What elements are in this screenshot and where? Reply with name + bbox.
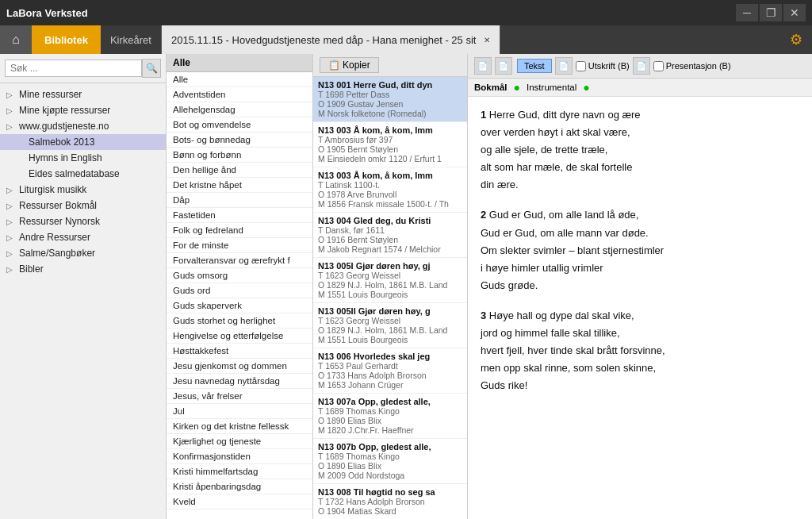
sidebar-item-label: Eides salmedatabase [29,168,120,179]
settings-gear[interactable]: ⚙ [780,25,812,54]
song-detail-O: O 1916 Bernt Støylen [318,235,462,244]
category-item[interactable]: Kveld [167,494,312,509]
sidebar-item-label: Ressurser Bokmål [19,200,97,211]
tekst-label: Tekst [524,61,545,71]
category-item[interactable]: Det kristne håpet [167,178,312,193]
category-item[interactable]: For de minste [167,238,312,253]
category-item[interactable]: Kjærlighet og tjeneste [167,434,312,449]
category-item[interactable]: Høsttakkefest [167,344,312,359]
category-item[interactable]: Guds skaperverk [167,298,312,313]
sidebar-item[interactable]: ▷Liturgisk musikk [0,182,166,198]
song-item[interactable]: N13 008 Til høgtid no seg saT 1732 Hans … [313,484,467,519]
song-detail-M: M 1653 Johann Crüger [318,380,462,390]
sidebar-item[interactable]: Eides salmedatabase [0,166,166,182]
category-item[interactable]: Jesu gjenkomst og dommen [167,359,312,374]
verse-number: 1 [481,109,489,121]
sidebar-item[interactable]: ▷Bibler [0,261,166,277]
song-detail-M: M Norsk folketone (Romedal) [318,109,462,118]
song-detail-O: O 1890 Elias Blix [318,461,462,471]
category-item[interactable]: Guds storhet og herlighet [167,313,312,329]
doc-icon-btn-1[interactable]: 📄 [474,57,492,75]
sidebar-item[interactable]: ▷Salme/Sangbøker [0,245,166,261]
search-input[interactable] [5,60,142,77]
sidebar-item[interactable]: ▷Andre Ressurser [0,229,166,245]
category-item[interactable]: Kristi himmelfartsdag [167,464,312,479]
category-item[interactable]: Den hellige ånd [167,163,312,178]
category-item[interactable]: Kristi åpenbaringsdag [167,479,312,494]
sidebar-item[interactable]: ▷Ressurser Bokmål [0,198,166,213]
kirkearet-tab[interactable]: Kirkeåret [101,25,162,54]
category-item[interactable]: Bots- og bønnedag [167,133,312,148]
song-detail-O: O 1905 Bernt Støylen [318,144,462,154]
sidebar-item[interactable]: Hymns in English [0,150,166,166]
category-item[interactable]: Folk og fedreland [167,223,312,238]
category-item[interactable]: Bot og omvendelse [167,117,312,133]
song-item[interactable]: N13 006 Hvorledes skal jegT 1653 Paul Ge… [313,348,467,394]
doc-icon-btn-3[interactable]: 📄 [555,57,573,75]
song-item[interactable]: N13 003 Å kom, å kom, ImmT Ambrosius før… [313,122,467,167]
category-item[interactable]: Konfirmasjonstiden [167,449,312,464]
sidebar-item-label: Bibler [19,263,44,275]
category-item[interactable]: Jesus, vår frelser [167,389,312,404]
verse-number: 3 [481,309,489,321]
song-detail-O: O 1733 Hans Adolph Brorson [318,371,462,380]
presentasjon-checkbox[interactable] [653,61,664,71]
song-number: N13 008 Til høgtid no seg sa [318,487,462,497]
tab-close-icon[interactable]: ✕ [484,36,490,44]
sidebar-item[interactable]: ▷Mine ressurser [0,86,166,102]
active-tab[interactable]: 2015.11.15 - Hovedgudstjeneste med dåp -… [162,25,500,54]
song-detail-O: O 1904 Matias Skard [318,506,462,516]
doc-icon-btn-4[interactable]: 📄 [633,57,650,75]
maximize-button[interactable]: ❐ [760,4,782,21]
sidebar-item-label: Ressurser Nynorsk [19,216,100,227]
song-number: N13 007a Opp, gledest alle, [318,397,462,406]
category-item[interactable]: Jul [167,404,312,419]
category-item[interactable]: Bønn og forbønn [167,148,312,163]
song-item[interactable]: N13 003 Å kom, å kom, ImmT Latinsk 1100-… [313,167,467,213]
sidebar-item-label: Mine ressurser [19,89,82,100]
song-item[interactable]: N13 007b Opp, gledest alle,T 1689 Thomas… [313,439,467,484]
category-item[interactable]: Dåp [167,193,312,208]
tekst-button[interactable]: Tekst [517,59,552,73]
bibliotek-tab[interactable]: Bibliotek [32,25,101,54]
category-item[interactable]: Adventstiden [167,87,312,102]
song-panel: 📋 Kopier N13 001 Herre Gud, ditt dynT 16… [313,54,468,519]
sidebar-item-label: Mine kjøpte ressurser [19,105,110,116]
category-item[interactable]: Jesu navnedag nyttårsdag [167,374,312,389]
song-item[interactable]: N13 005II Gjør døren høy, gT 1623 Georg … [313,303,467,348]
doc-icon-btn-2[interactable]: 📄 [495,57,512,75]
search-icon: 🔍 [146,63,158,74]
sidebar-item[interactable]: ▷www.gudstjeneste.no [0,118,166,134]
song-item[interactable]: N13 004 Gled deg, du KristiT Dansk, før … [313,213,467,258]
category-item[interactable]: Forvalteransvar og ærefrykt f [167,253,312,268]
presentasjon-checkbox-label[interactable]: Presentasjon (B) [653,61,731,71]
category-item[interactable]: Guds ord [167,283,312,298]
tree-arrow-icon: ▷ [6,90,16,99]
utskrift-checkbox[interactable] [576,61,586,71]
song-item[interactable]: N13 005I Gjør døren høy, gjT 1623 Georg … [313,258,467,303]
category-item[interactable]: Alle [167,72,312,87]
sidebar-item[interactable]: ▷Ressurser Nynorsk [0,213,166,229]
toolbar-group-tekst: Tekst 📄 Utskrift (B) 📄 Presentasjon (B) [517,57,731,75]
category-item[interactable]: Hengivelse og etterfølgelse [167,329,312,344]
song-detail-T: T 1653 Paul Gerhardt [318,361,462,371]
content-toolbar: 📄 📄 Tekst 📄 Utskrift (B) 📄 Presentasjon … [468,54,812,79]
song-detail-M: M Jakob Regnart 1574 / Melchior [318,244,462,254]
title-bar-left: LaBora Verksted [6,7,88,19]
song-detail-M: M 1856 Fransk missale 1500-t. / Th [318,199,462,209]
category-item[interactable]: Guds omsorg [167,268,312,283]
sidebar-item[interactable]: ▷Mine kjøpte ressurser [0,102,166,118]
category-item[interactable]: Fastetiden [167,208,312,223]
copy-button[interactable]: 📋 Kopier [320,57,379,73]
category-item[interactable]: Allehelgensdag [167,102,312,117]
song-item[interactable]: N13 007a Opp, gledest alle,T 1689 Thomas… [313,394,467,439]
sidebar-item[interactable]: Salmebok 2013 [0,134,166,150]
song-item[interactable]: N13 001 Herre Gud, ditt dynT 1698 Petter… [313,77,467,122]
home-tab[interactable]: ⌂ [0,25,32,54]
search-button[interactable]: 🔍 [142,59,161,78]
close-button[interactable]: ✕ [783,4,806,21]
minimize-button[interactable]: ─ [736,4,758,21]
utskrift-checkbox-label[interactable]: Utskrift (B) [576,61,630,71]
category-item[interactable]: Kirken og det kristne fellessk [167,419,312,434]
title-bar-controls[interactable]: ─ ❐ ✕ [736,4,806,21]
